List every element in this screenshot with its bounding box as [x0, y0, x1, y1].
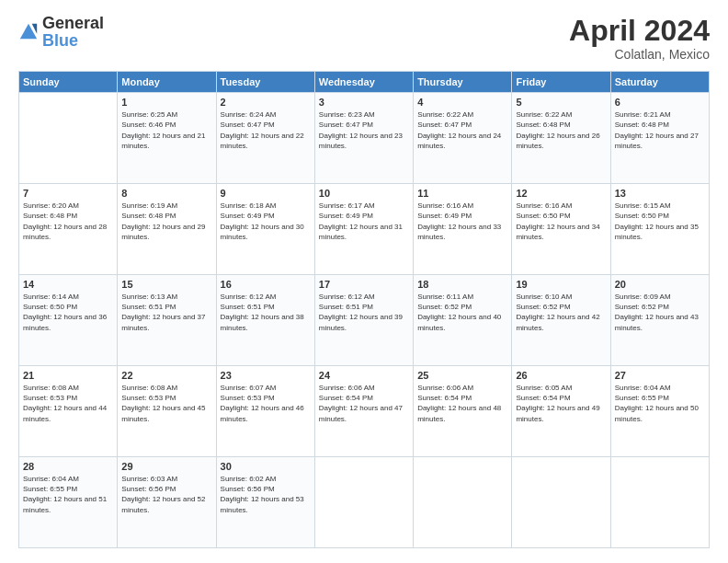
day-info: Sunrise: 6:12 AMSunset: 6:51 PMDaylight:…	[221, 292, 311, 333]
day-info: Sunrise: 6:09 AMSunset: 6:52 PMDaylight:…	[615, 292, 705, 333]
calendar-cell	[19, 93, 118, 184]
day-info: Sunrise: 6:12 AMSunset: 6:51 PMDaylight:…	[319, 292, 409, 333]
calendar-cell: 3Sunrise: 6:23 AMSunset: 6:47 PMDaylight…	[314, 93, 413, 184]
calendar-cell: 14Sunrise: 6:14 AMSunset: 6:50 PMDayligh…	[19, 275, 118, 366]
day-info: Sunrise: 6:11 AMSunset: 6:52 PMDaylight:…	[417, 292, 507, 333]
day-info: Sunrise: 6:16 AMSunset: 6:50 PMDaylight:…	[516, 201, 606, 242]
day-number: 10	[319, 188, 409, 199]
day-info: Sunrise: 6:06 AMSunset: 6:54 PMDaylight:…	[417, 383, 507, 424]
calendar-cell: 12Sunrise: 6:16 AMSunset: 6:50 PMDayligh…	[512, 184, 610, 275]
day-info: Sunrise: 6:22 AMSunset: 6:47 PMDaylight:…	[417, 109, 507, 151]
calendar-cell: 7Sunrise: 6:20 AMSunset: 6:48 PMDaylight…	[19, 184, 118, 275]
calendar-cell: 16Sunrise: 6:12 AMSunset: 6:51 PMDayligh…	[216, 275, 314, 366]
weekday-header-tuesday: Tuesday	[216, 72, 314, 93]
calendar-week-row: 14Sunrise: 6:14 AMSunset: 6:50 PMDayligh…	[19, 275, 710, 366]
day-number: 8	[121, 188, 211, 199]
weekday-header-saturday: Saturday	[610, 72, 709, 93]
day-number: 4	[417, 97, 507, 108]
day-number: 6	[615, 97, 705, 108]
day-info: Sunrise: 6:23 AMSunset: 6:47 PMDaylight:…	[319, 109, 409, 151]
day-info: Sunrise: 6:16 AMSunset: 6:49 PMDaylight:…	[417, 201, 507, 242]
calendar-cell: 21Sunrise: 6:08 AMSunset: 6:53 PMDayligh…	[19, 366, 118, 457]
day-number: 14	[23, 279, 113, 290]
calendar-cell: 22Sunrise: 6:08 AMSunset: 6:53 PMDayligh…	[118, 366, 216, 457]
calendar-cell	[512, 457, 610, 548]
day-info: Sunrise: 6:15 AMSunset: 6:50 PMDaylight:…	[615, 201, 705, 242]
logo-icon	[18, 22, 39, 42]
weekday-header-monday: Monday	[118, 72, 216, 93]
day-info: Sunrise: 6:22 AMSunset: 6:48 PMDaylight:…	[516, 109, 606, 151]
day-info: Sunrise: 6:08 AMSunset: 6:53 PMDaylight:…	[121, 383, 211, 424]
calendar-cell: 1Sunrise: 6:25 AMSunset: 6:46 PMDaylight…	[118, 93, 216, 184]
day-number: 15	[121, 279, 211, 290]
day-info: Sunrise: 6:08 AMSunset: 6:53 PMDaylight:…	[23, 383, 113, 424]
header: General Blue April 2024 Colatlan, Mexico	[18, 15, 710, 62]
calendar-cell: 20Sunrise: 6:09 AMSunset: 6:52 PMDayligh…	[610, 275, 709, 366]
calendar-cell	[610, 457, 709, 548]
calendar-cell: 5Sunrise: 6:22 AMSunset: 6:48 PMDaylight…	[512, 93, 610, 184]
day-number: 27	[615, 370, 705, 381]
day-number: 5	[516, 97, 606, 108]
calendar-cell: 9Sunrise: 6:18 AMSunset: 6:49 PMDaylight…	[216, 184, 314, 275]
calendar-cell: 23Sunrise: 6:07 AMSunset: 6:53 PMDayligh…	[216, 366, 314, 457]
calendar-cell: 28Sunrise: 6:04 AMSunset: 6:55 PMDayligh…	[19, 457, 118, 548]
day-number: 12	[516, 188, 606, 199]
day-info: Sunrise: 6:02 AMSunset: 6:56 PMDaylight:…	[221, 474, 311, 515]
day-info: Sunrise: 6:04 AMSunset: 6:55 PMDaylight:…	[23, 474, 113, 515]
day-number: 2	[221, 97, 311, 108]
day-number: 20	[615, 279, 705, 290]
day-info: Sunrise: 6:18 AMSunset: 6:49 PMDaylight:…	[221, 201, 311, 242]
logo-text-blue: Blue	[42, 31, 78, 50]
day-number: 17	[319, 279, 409, 290]
calendar-cell: 15Sunrise: 6:13 AMSunset: 6:51 PMDayligh…	[118, 275, 216, 366]
calendar-cell: 29Sunrise: 6:03 AMSunset: 6:56 PMDayligh…	[118, 457, 216, 548]
weekday-header-friday: Friday	[512, 72, 610, 93]
day-number: 18	[417, 279, 507, 290]
day-info: Sunrise: 6:20 AMSunset: 6:48 PMDaylight:…	[23, 201, 113, 242]
calendar-cell: 17Sunrise: 6:12 AMSunset: 6:51 PMDayligh…	[314, 275, 413, 366]
day-info: Sunrise: 6:06 AMSunset: 6:54 PMDaylight:…	[319, 383, 409, 424]
day-number: 16	[221, 279, 311, 290]
day-info: Sunrise: 6:07 AMSunset: 6:53 PMDaylight:…	[221, 383, 311, 424]
calendar-cell	[414, 457, 512, 548]
weekday-header-thursday: Thursday	[414, 72, 512, 93]
calendar-cell: 24Sunrise: 6:06 AMSunset: 6:54 PMDayligh…	[314, 366, 413, 457]
day-number: 29	[121, 461, 211, 472]
calendar-cell: 13Sunrise: 6:15 AMSunset: 6:50 PMDayligh…	[610, 184, 709, 275]
day-number: 21	[23, 370, 113, 381]
day-number: 7	[23, 188, 113, 199]
calendar-cell: 26Sunrise: 6:05 AMSunset: 6:54 PMDayligh…	[512, 366, 610, 457]
day-info: Sunrise: 6:25 AMSunset: 6:46 PMDaylight:…	[121, 109, 211, 151]
day-number: 28	[23, 461, 113, 472]
calendar-week-row: 1Sunrise: 6:25 AMSunset: 6:46 PMDaylight…	[19, 93, 710, 184]
day-number: 25	[417, 370, 507, 381]
logo-text-general: General	[42, 14, 104, 32]
calendar-cell	[314, 457, 413, 548]
day-number: 22	[121, 370, 211, 381]
weekday-header-sunday: Sunday	[19, 72, 118, 93]
day-number: 11	[417, 188, 507, 199]
calendar-cell: 2Sunrise: 6:24 AMSunset: 6:47 PMDaylight…	[216, 93, 314, 184]
day-number: 13	[615, 188, 705, 199]
day-info: Sunrise: 6:10 AMSunset: 6:52 PMDaylight:…	[516, 292, 606, 333]
title-block: April 2024 Colatlan, Mexico	[569, 15, 710, 62]
calendar-cell: 19Sunrise: 6:10 AMSunset: 6:52 PMDayligh…	[512, 275, 610, 366]
calendar-cell: 11Sunrise: 6:16 AMSunset: 6:49 PMDayligh…	[414, 184, 512, 275]
calendar-cell: 18Sunrise: 6:11 AMSunset: 6:52 PMDayligh…	[414, 275, 512, 366]
day-number: 19	[516, 279, 606, 290]
calendar-page: General Blue April 2024 Colatlan, Mexico…	[0, 0, 728, 563]
calendar-cell: 10Sunrise: 6:17 AMSunset: 6:49 PMDayligh…	[314, 184, 413, 275]
location: Colatlan, Mexico	[569, 47, 710, 62]
calendar-table: SundayMondayTuesdayWednesdayThursdayFrid…	[18, 71, 710, 548]
day-info: Sunrise: 6:03 AMSunset: 6:56 PMDaylight:…	[121, 474, 211, 515]
day-number: 3	[319, 97, 409, 108]
day-number: 26	[516, 370, 606, 381]
day-info: Sunrise: 6:17 AMSunset: 6:49 PMDaylight:…	[319, 201, 409, 242]
day-number: 23	[221, 370, 311, 381]
calendar-cell: 6Sunrise: 6:21 AMSunset: 6:48 PMDaylight…	[610, 93, 709, 184]
day-info: Sunrise: 6:05 AMSunset: 6:54 PMDaylight:…	[516, 383, 606, 424]
calendar-week-row: 28Sunrise: 6:04 AMSunset: 6:55 PMDayligh…	[19, 457, 710, 548]
day-info: Sunrise: 6:19 AMSunset: 6:48 PMDaylight:…	[121, 201, 211, 242]
calendar-cell: 27Sunrise: 6:04 AMSunset: 6:55 PMDayligh…	[610, 366, 709, 457]
day-info: Sunrise: 6:13 AMSunset: 6:51 PMDaylight:…	[121, 292, 211, 333]
